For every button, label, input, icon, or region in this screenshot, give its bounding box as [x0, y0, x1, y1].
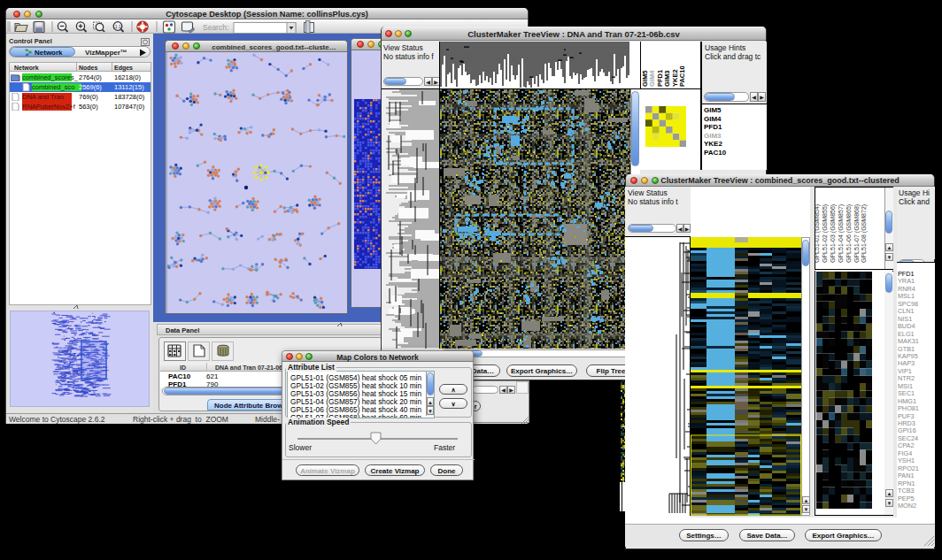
svg-text:GPL51-01 (GSM854): GPL51-01 (GSM854) [814, 204, 821, 263]
svg-text:GPL51-04 (GSM857): GPL51-04 (GSM857) [838, 204, 845, 263]
svg-text:GPL51-03 (GSM856): GPL51-03 (GSM856) [830, 204, 837, 263]
svg-text:GPL51-07 (GSM868): GPL51-07 (GSM868) [853, 204, 861, 263]
svg-text:MON2: MON2 [898, 502, 916, 510]
svg-text:GPL51-02 (GSM855): GPL51-02 (GSM855) [822, 204, 829, 263]
svg-text:GPL51-06 (GSM865): GPL51-06 (GSM865) [845, 204, 853, 263]
svg-text:GPL51-08 (GSM872): GPL51-08 (GSM872) [861, 204, 868, 263]
